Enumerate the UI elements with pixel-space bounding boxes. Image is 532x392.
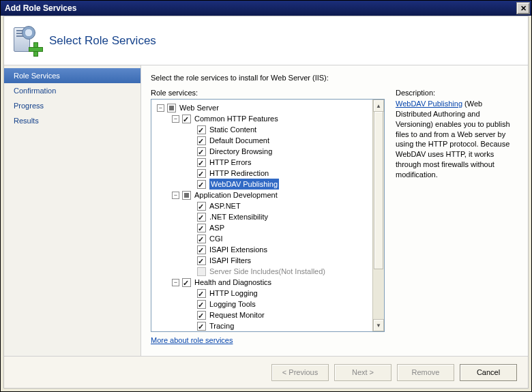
collapse-icon[interactable]: − <box>172 192 179 199</box>
tree-node[interactable]: ASP <box>153 222 372 233</box>
scroll-down-button[interactable]: ▼ <box>373 319 384 331</box>
more-about-link[interactable]: More about role services <box>151 336 233 344</box>
checkbox[interactable] <box>197 322 206 331</box>
sidebar: Role Services Confirmation Progress Resu… <box>4 65 141 357</box>
tree-node-suffix: (Not Installed) <box>279 266 325 277</box>
scroll-thumb[interactable] <box>374 111 383 269</box>
checkbox[interactable] <box>197 256 206 265</box>
description-link[interactable]: WebDAV Publishing <box>396 100 462 108</box>
scrollbar[interactable]: ▲ ▼ <box>372 100 384 331</box>
tree-node-label: HTTP Redirection <box>209 168 269 179</box>
collapse-icon[interactable]: − <box>172 279 179 286</box>
tree-node-label: Health and Diagnostics <box>194 277 271 288</box>
tree-node-label: ASP.NET <box>209 200 241 211</box>
step-confirmation[interactable]: Confirmation <box>4 83 141 98</box>
checkbox[interactable] <box>197 235 206 243</box>
tree-node[interactable]: −Health and Diagnostics <box>153 277 372 288</box>
tree-node-label: Static Content <box>209 124 256 135</box>
checkbox[interactable] <box>197 125 206 134</box>
checkbox[interactable] <box>197 180 206 189</box>
tree-node[interactable]: −Common HTTP Features <box>153 113 372 124</box>
cancel-button[interactable]: Cancel <box>460 364 517 381</box>
collapse-icon[interactable]: − <box>172 115 179 123</box>
tree-node-label: Directory Browsing <box>209 146 272 157</box>
checkbox[interactable] <box>197 224 206 232</box>
footer: < Previous Next > Remove Cancel <box>4 356 528 388</box>
checkbox[interactable] <box>197 147 206 156</box>
role-services-tree: −Web Server−Common HTTP FeaturesStatic C… <box>151 99 385 332</box>
tree-node[interactable]: HTTP Errors <box>153 157 372 168</box>
tree-node-label: Common HTTP Features <box>194 113 278 124</box>
tree-node[interactable]: ASP.NET <box>153 200 372 211</box>
tree-node[interactable]: Default Document <box>153 135 372 146</box>
tree-node-label: Request Monitor <box>209 310 265 320</box>
next-button[interactable]: Next > <box>334 364 391 381</box>
header: Select Role Services <box>4 16 528 65</box>
tree-node[interactable]: Logging Tools <box>153 299 372 310</box>
tree-node[interactable]: CGI <box>153 233 372 244</box>
body: Role Services Confirmation Progress Resu… <box>4 65 528 357</box>
tree-node[interactable]: Directory Browsing <box>153 146 372 157</box>
window-frame: Add Role Services ✕ Select Role Services… <box>0 0 532 392</box>
titlebar: Add Role Services ✕ <box>1 1 531 16</box>
tree-node-label: HTTP Errors <box>209 157 252 168</box>
content-area: Select Role Services Role Services Confi… <box>3 16 529 389</box>
tree-node[interactable]: ISAPI Extensions <box>153 244 372 255</box>
tree-node-label: .NET Extensibility <box>209 211 268 222</box>
tree-label: Role services: <box>151 89 385 97</box>
step-role-services[interactable]: Role Services <box>4 68 141 83</box>
checkbox[interactable] <box>182 191 191 200</box>
tree-node[interactable]: Static Content <box>153 124 372 135</box>
tree-node-label: Web Server <box>179 102 219 113</box>
tree-node-label: Tracing <box>209 320 234 331</box>
close-button[interactable]: ✕ <box>516 2 530 14</box>
checkbox <box>197 267 206 276</box>
close-icon: ✕ <box>520 4 527 13</box>
tree-viewport[interactable]: −Web Server−Common HTTP FeaturesStatic C… <box>151 100 373 331</box>
checkbox[interactable] <box>197 311 206 320</box>
tree-node-label: ISAPI Filters <box>209 255 251 266</box>
scroll-up-button[interactable]: ▲ <box>373 100 384 112</box>
page-title: Select Role Services <box>49 34 156 48</box>
tree-node[interactable]: WebDAV Publishing <box>153 179 372 190</box>
checkbox[interactable] <box>197 289 206 298</box>
tree-node-label: CGI <box>209 233 223 244</box>
checkbox[interactable] <box>197 245 206 254</box>
description-body: (Web Distributed Authoring and Versionin… <box>396 100 510 179</box>
description-label: Description: <box>396 89 518 97</box>
checkbox[interactable] <box>197 300 206 309</box>
tree-node[interactable]: Request Monitor <box>153 310 372 320</box>
tree-node-label: Default Document <box>209 135 269 146</box>
tree-node-label: WebDAV Publishing <box>209 179 279 190</box>
step-results[interactable]: Results <box>4 113 141 128</box>
checkbox[interactable] <box>197 213 206 222</box>
checkbox[interactable] <box>182 278 191 287</box>
tree-node[interactable]: Server Side Includes (Not Installed) <box>153 266 372 277</box>
tree-node[interactable]: ISAPI Filters <box>153 255 372 266</box>
tree-node[interactable]: Tracing <box>153 320 372 331</box>
wizard-icon <box>12 26 42 56</box>
tree-node-label: Logging Tools <box>209 299 256 310</box>
tree-node-label: HTTP Logging <box>209 288 258 299</box>
tree-node[interactable]: −Application Development <box>153 190 372 200</box>
step-progress[interactable]: Progress <box>4 98 141 113</box>
checkbox[interactable] <box>197 169 206 178</box>
tree-node[interactable]: HTTP Logging <box>153 288 372 299</box>
checkbox[interactable] <box>182 115 191 123</box>
remove-button[interactable]: Remove <box>397 364 454 381</box>
main-panel: Select the role services to install for … <box>141 65 528 357</box>
tree-node-label: ISAPI Extensions <box>209 244 267 255</box>
window-title: Add Role Services <box>5 3 76 13</box>
instruction-text: Select the role services to install for … <box>151 74 518 82</box>
checkbox[interactable] <box>197 136 206 145</box>
checkbox[interactable] <box>167 104 176 112</box>
tree-node[interactable]: .NET Extensibility <box>153 211 372 222</box>
checkbox[interactable] <box>197 158 206 167</box>
tree-node[interactable]: HTTP Redirection <box>153 168 372 179</box>
description-text: WebDAV Publishing (Web Distributed Autho… <box>396 99 518 180</box>
previous-button[interactable]: < Previous <box>271 364 329 381</box>
collapse-icon[interactable]: − <box>157 104 164 112</box>
tree-node[interactable]: −Web Server <box>153 102 372 113</box>
tree-node-label: ASP <box>209 222 224 233</box>
checkbox[interactable] <box>197 202 206 211</box>
